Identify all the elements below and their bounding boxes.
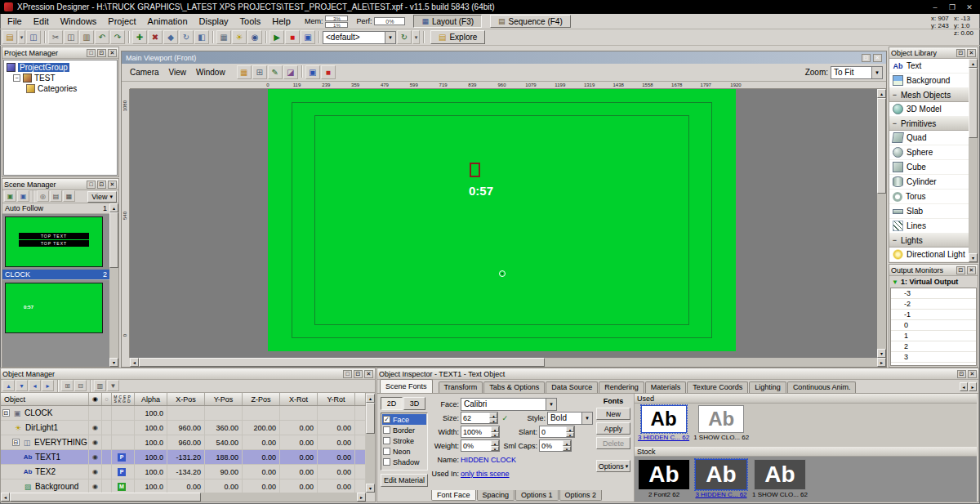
tab-lighting[interactable]: Lighting [749,381,786,393]
weight-spinner[interactable]: 0% ▴▾ [461,439,500,452]
bottom-tab-spacing[interactable]: Spacing [477,490,515,501]
tree-item-projectgroup[interactable]: ProjectGroup [5,62,116,73]
scrollbar-thumb[interactable] [877,98,886,194]
new-font-button[interactable]: New [596,408,630,420]
menu-help[interactable]: Help [266,15,296,28]
grid-icon[interactable]: ⊞ [252,65,267,79]
menu-edit[interactable]: Edit [28,15,55,28]
delete-object-icon[interactable]: ✖ [148,30,163,44]
tab-texture-coords[interactable]: Texture Coords [687,381,748,393]
close-icon[interactable]: ✕ [963,3,976,11]
monitor-offset-item[interactable]: 0 [891,320,976,331]
scene-list-scrollbar[interactable]: ▴ ▾ [109,203,118,367]
menu-animation[interactable]: Animation [142,15,194,28]
column-xrot[interactable]: X-Rot [280,393,318,405]
scroll-left-icon[interactable]: ◂ [130,358,139,367]
tab-scroll-left-icon[interactable]: ◂ [960,382,968,391]
view-dropdown-button[interactable]: View ▾ [87,191,117,203]
open-project-icon[interactable]: ▤ [2,30,17,44]
output-monitor-icon[interactable]: ▣ [17,190,29,202]
font-tile[interactable]: Ab3 HIDDEN C... 62 [695,459,747,499]
scroll-left-icon[interactable]: ◂ [1,493,10,502]
object-row-dirlight1[interactable]: ☀DirLight1◉100.0960.00360.00200.000.000.… [1,421,366,435]
tab-continuous-anim[interactable]: Continuous Anim. [787,381,857,393]
library-scrollbar[interactable]: ▴ ▾ [969,59,978,262]
library-category-lights[interactable]: −Lights [889,234,969,248]
copy-icon[interactable]: ◫ [64,30,78,44]
dock-icon[interactable]: □ [343,370,352,378]
collapse-icon[interactable]: − [891,91,898,99]
indent-icon[interactable]: ▸ [42,380,54,391]
scroll-down-icon[interactable]: ▾ [109,358,118,367]
search-icon[interactable]: ◎ [37,190,49,202]
expand-icon[interactable]: ▼ [892,279,898,286]
play-icon[interactable]: ▶ [270,30,284,44]
checkbox-icon[interactable] [383,458,390,466]
tree-item-test[interactable]: − TEST [5,73,116,83]
monitor-offset-item[interactable]: 2 [891,341,976,352]
menu-tools[interactable]: Tools [234,15,267,28]
collapse-icon[interactable]: − [891,236,898,244]
move-down-icon[interactable]: ▾ [16,380,28,391]
tab-materials[interactable]: Materials [645,381,687,393]
filter-icon[interactable]: ▼ [107,380,119,391]
cut-icon[interactable]: ✂ [48,30,63,44]
monitor-offset-item[interactable]: 3 [891,352,976,363]
float-icon[interactable]: ⊡ [956,49,965,57]
library-category-primitives[interactable]: −Primitives [889,117,969,131]
group-icon[interactable]: ⊞ [61,380,74,391]
menu-project[interactable]: Project [102,15,141,28]
font-tile[interactable]: Ab2 Font2 62 [638,459,690,499]
open-dropdown-icon[interactable]: ▾ [18,30,25,44]
close-icon[interactable]: ✕ [364,370,373,378]
object-row-text1[interactable]: AbTEXT1◉P100.0-131.20188.000.000.000.00 [1,450,366,465]
draw-mode-icon[interactable]: ✎ [268,65,283,79]
record-icon[interactable]: ■ [285,30,300,44]
visibility-cell[interactable]: ◉ [89,435,102,449]
monitor-offset-item[interactable]: -2 [891,299,976,310]
visibility-cell[interactable]: ◉ [89,450,102,464]
scroll-down-icon[interactable]: ▾ [366,484,375,493]
layout-button[interactable]: ▦ Layout (F3) [413,15,482,28]
column-alpha[interactable]: Alpha [135,393,167,405]
expander-icon[interactable]: ⊟ [12,439,20,446]
output-monitor-icon[interactable]: ▣ [301,30,315,44]
monitor-offset-item[interactable]: -3 [891,288,976,299]
chroma-scene-area[interactable]: 0:57 [268,89,736,351]
style-combo[interactable]: Bold ▾ [547,412,593,425]
scroll-up-icon[interactable]: ▴ [969,59,978,68]
default-take-item-combo[interactable]: <default>▾ [323,31,396,44]
collapse-icon[interactable]: − [13,74,20,82]
visibility-column-icon[interactable]: ◉ [89,393,102,405]
viewport-vertical-scrollbar[interactable]: ▴ ▾ [877,89,886,358]
tab-rendering[interactable]: Rendering [599,381,644,393]
undo-icon[interactable]: ↶ [95,30,109,44]
viewport-menu-camera[interactable]: Camera [125,66,164,78]
object-manager-vscrollbar[interactable]: ▴ ▾ [366,394,375,493]
dock-icon[interactable]: □ [87,181,96,189]
library-item-background[interactable]: Background [889,74,969,88]
scroll-up-icon[interactable]: ▴ [366,394,375,403]
float-icon[interactable]: ⊡ [97,49,106,57]
monitor-offset-item[interactable]: -1 [891,310,976,320]
scrollbar-thumb[interactable] [10,493,201,502]
library-item-sphere[interactable]: Sphere [889,145,969,160]
paste-icon[interactable]: ▥ [79,30,94,44]
close-icon[interactable]: ✕ [967,49,976,57]
column-zpos[interactable]: Z-Pos [243,393,280,405]
object-row-clock[interactable]: ⊟▣CLOCK100.0 [1,406,366,421]
close-icon[interactable]: ✕ [108,181,117,189]
checkbox-stroke[interactable]: Stroke [382,435,426,446]
face-combo[interactable]: Calibri ▾ [461,398,557,411]
scroll-up-icon[interactable]: ▴ [877,89,886,98]
apply-font-button[interactable]: Apply [596,422,630,435]
library-item-directional-light[interactable]: Directional Light [889,248,969,262]
explore-button[interactable]: ▤Explore [430,30,485,44]
scrollbar-thumb[interactable] [969,68,978,138]
smlcaps-spinner[interactable]: 0% ▴▾ [539,439,572,452]
float-icon[interactable]: ⊡ [956,266,965,274]
scroll-right-icon[interactable]: ▸ [877,358,886,367]
scroll-down-icon[interactable]: ▾ [969,253,978,262]
add-object-icon[interactable]: ✚ [132,30,147,44]
float-icon[interactable]: ⊡ [862,54,871,62]
